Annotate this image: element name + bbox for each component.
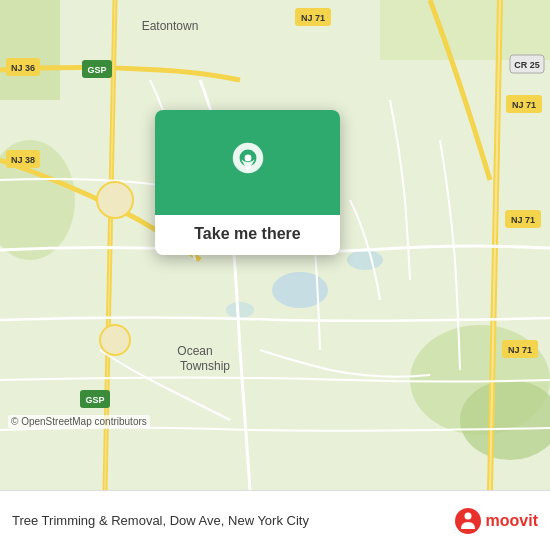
bottom-bar: Tree Trimming & Removal, Dow Ave, New Yo… bbox=[0, 490, 550, 550]
address-text: Tree Trimming & Removal, Dow Ave, New Yo… bbox=[12, 513, 454, 528]
svg-point-39 bbox=[455, 508, 481, 534]
svg-text:NJ 71: NJ 71 bbox=[511, 215, 535, 225]
take-me-there-button[interactable]: Take me there bbox=[169, 225, 326, 243]
popup-green-area bbox=[155, 110, 340, 215]
svg-point-6 bbox=[272, 272, 328, 308]
location-pin-icon bbox=[226, 141, 270, 185]
svg-text:Ocean: Ocean bbox=[177, 344, 212, 358]
popup-card: Take me there bbox=[155, 110, 340, 255]
svg-point-8 bbox=[226, 302, 254, 318]
svg-text:NJ 38: NJ 38 bbox=[11, 155, 35, 165]
svg-text:Township: Township bbox=[180, 359, 230, 373]
copyright-text: © OpenStreetMap contributors bbox=[8, 415, 150, 428]
moovit-logo: moovit bbox=[454, 507, 538, 535]
svg-point-40 bbox=[464, 512, 471, 519]
svg-text:Eatontown: Eatontown bbox=[142, 19, 199, 33]
svg-rect-3 bbox=[0, 0, 60, 100]
svg-text:NJ 36: NJ 36 bbox=[11, 63, 35, 73]
svg-point-14 bbox=[100, 325, 130, 355]
svg-text:GSP: GSP bbox=[87, 65, 106, 75]
moovit-name: moovit bbox=[486, 512, 538, 530]
svg-point-7 bbox=[347, 250, 383, 270]
svg-point-38 bbox=[244, 154, 251, 161]
map-container: NJ 71 NJ 71 CR 25 NJ 71 NJ 71 NJ 36 NJ 3… bbox=[0, 0, 550, 490]
svg-text:NJ 71: NJ 71 bbox=[512, 100, 536, 110]
svg-text:NJ 71: NJ 71 bbox=[301, 13, 325, 23]
svg-text:GSP: GSP bbox=[85, 395, 104, 405]
svg-rect-5 bbox=[380, 0, 550, 60]
popup-text-area: Take me there bbox=[155, 215, 340, 255]
svg-text:CR 25: CR 25 bbox=[514, 60, 540, 70]
moovit-icon bbox=[454, 507, 482, 535]
svg-point-13 bbox=[97, 182, 133, 218]
svg-text:NJ 71: NJ 71 bbox=[508, 345, 532, 355]
